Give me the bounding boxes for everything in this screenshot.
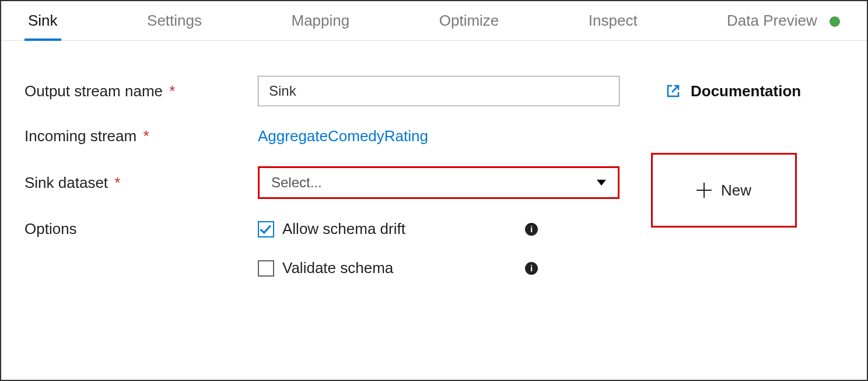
tab-inspect[interactable]: Inspect <box>585 1 641 40</box>
required-icon: * <box>169 82 175 100</box>
tab-settings[interactable]: Settings <box>144 1 205 40</box>
tab-bar: Sink Settings Mapping Optimize Inspect D… <box>1 1 867 41</box>
chevron-down-icon <box>597 180 606 186</box>
tab-sink[interactable]: Sink <box>24 1 61 40</box>
tab-data-preview[interactable]: Data Preview <box>723 1 844 40</box>
tab-data-preview-label: Data Preview <box>727 12 817 29</box>
tab-mapping[interactable]: Mapping <box>288 1 354 40</box>
row-options: Options Allow schema drift i Validate sc… <box>24 220 844 277</box>
validate-schema-checkbox[interactable] <box>258 260 274 277</box>
label-text: Incoming stream <box>24 127 136 145</box>
documentation-link[interactable]: Documentation <box>666 82 801 100</box>
row-incoming-stream: Incoming stream * AggregateComedyRating <box>24 127 844 145</box>
plus-icon <box>696 183 712 198</box>
label-output-stream-name: Output stream name * <box>24 82 258 100</box>
allow-schema-drift-label: Allow schema drift <box>282 220 405 238</box>
incoming-stream-value[interactable]: AggregateComedyRating <box>258 127 428 145</box>
info-icon[interactable]: i <box>525 262 538 275</box>
new-button-label: New <box>721 181 751 200</box>
label-incoming-stream: Incoming stream * <box>24 127 258 145</box>
label-text: Output stream name <box>24 82 163 100</box>
required-icon: * <box>114 174 120 191</box>
info-icon[interactable]: i <box>525 223 538 236</box>
required-icon: * <box>143 127 149 145</box>
new-dataset-button[interactable]: New <box>651 153 797 228</box>
label-text: Options <box>24 220 77 237</box>
label-sink-dataset: Sink dataset * <box>24 174 258 192</box>
output-stream-name-input[interactable] <box>258 76 620 106</box>
external-link-icon <box>666 84 680 98</box>
select-placeholder: Select... <box>271 174 322 191</box>
label-text: Sink dataset <box>24 174 108 191</box>
option-validate-schema: Validate schema i <box>258 259 620 277</box>
tab-optimize[interactable]: Optimize <box>436 1 503 40</box>
allow-schema-drift-checkbox[interactable] <box>258 221 274 237</box>
row-output-stream-name: Output stream name * Documentation <box>24 76 844 106</box>
status-indicator-icon <box>830 16 840 27</box>
sink-dataset-select[interactable]: Select... <box>258 166 620 199</box>
sink-config-panel: Sink Settings Mapping Optimize Inspect D… <box>0 0 868 381</box>
validate-schema-label: Validate schema <box>282 259 393 277</box>
check-icon <box>260 222 271 233</box>
documentation-label: Documentation <box>691 82 801 100</box>
option-allow-schema-drift: Allow schema drift i <box>258 220 620 238</box>
label-options: Options <box>24 220 258 238</box>
